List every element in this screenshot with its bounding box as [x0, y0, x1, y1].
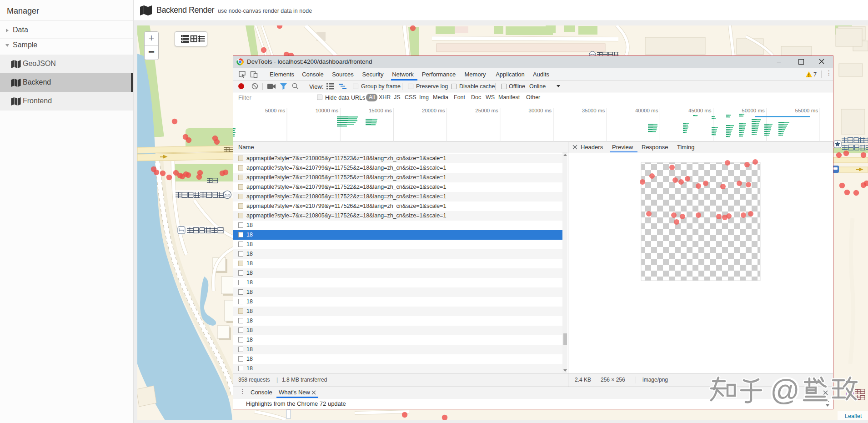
svg-text:5000 ms: 5000 ms [265, 108, 285, 113]
svg-text:30000 ms: 30000 ms [528, 108, 552, 113]
svg-text:20000 ms: 20000 ms [422, 108, 445, 113]
svg-text:35000 ms: 35000 ms [582, 108, 605, 113]
svg-text:Leaflet: Leaflet [845, 413, 862, 419]
svg-text:45000 ms: 45000 ms [688, 108, 712, 113]
svg-text:40000 ms: 40000 ms [635, 108, 658, 113]
svg-text:25000 ms: 25000 ms [475, 108, 498, 113]
svg-text:50000 ms: 50000 ms [742, 108, 765, 113]
svg-text:15000 ms: 15000 ms [369, 108, 392, 113]
svg-text:55000 ms: 55000 ms [795, 108, 818, 113]
svg-text:@: @ [770, 374, 800, 407]
svg-text:10000 ms: 10000 ms [316, 108, 339, 113]
